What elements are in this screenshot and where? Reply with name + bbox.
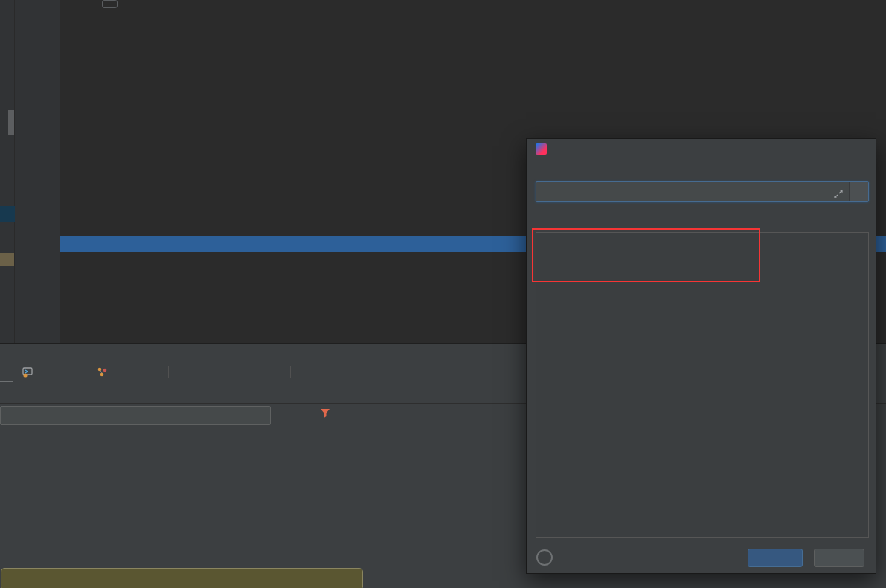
endpoints-icon [97,366,109,378]
annotation-red-box [532,228,760,282]
filter-icon[interactable] [320,408,332,420]
editor-gutter[interactable] [15,0,60,343]
thread-selector[interactable] [0,406,271,425]
expression-history-dropdown[interactable] [849,182,868,201]
ide-window [0,0,886,588]
evaluate-button[interactable] [748,549,803,567]
sliver-line [878,416,886,416]
evaluate-dialog [526,138,876,574]
scrollbar-thumb[interactable] [8,110,14,135]
panel-divider[interactable] [333,385,333,588]
fold-region-box[interactable] [102,0,118,8]
expression-input[interactable] [536,181,869,202]
toolbar-separator [168,366,169,378]
close-button[interactable] [814,549,864,567]
dialog-title-bar[interactable] [527,139,876,160]
marker-navy [0,206,15,222]
intellij-logo-icon [536,143,547,155]
console-icon [22,366,34,378]
expand-editor-icon[interactable] [834,188,843,197]
editor-left-strip [0,0,15,343]
toolbar-separator [290,366,291,378]
debugger-warning-tooltip [1,568,363,588]
stack-frames-list [0,426,333,588]
help-button[interactable] [536,549,553,566]
selected-tab-underline [0,381,13,382]
marker-khaki [0,253,14,266]
